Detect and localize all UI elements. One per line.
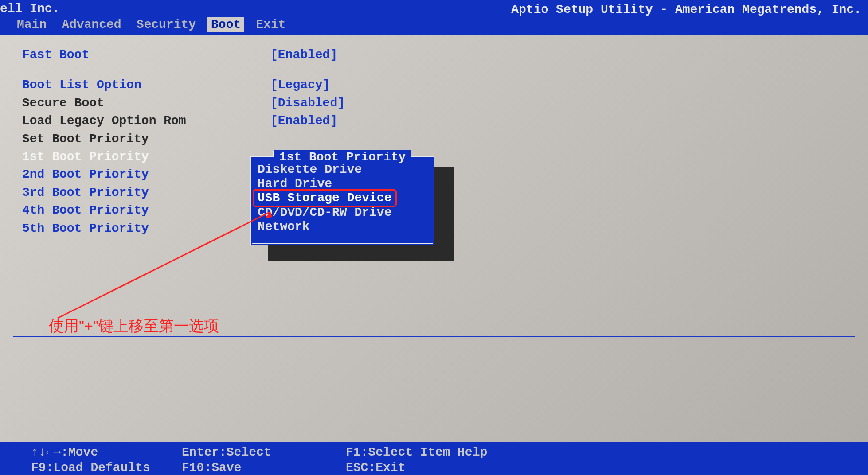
setting-label: 3rd Boot Priority xyxy=(22,185,270,201)
setting-label: 1st Boot Priority xyxy=(22,149,270,165)
popup-item-hard-drive[interactable]: Hard Drive xyxy=(258,177,427,191)
setting-set-boot-priority[interactable]: Set Boot Priority xyxy=(22,131,846,147)
footer-bar: ↑↓←→:Move Enter:Select F1:Select Item He… xyxy=(0,442,868,475)
footer-hint-exit: ESC:Exit xyxy=(346,460,505,475)
annotation-text: 使用"+"键上移至第一选项 xyxy=(49,316,219,336)
footer-row-1: ↑↓←→:Move Enter:Select F1:Select Item He… xyxy=(31,444,837,460)
setting-label: Boot List Option xyxy=(22,77,270,93)
popup-items: Diskette Drive Hard Drive USB Storage De… xyxy=(252,158,433,234)
content-area: Fast Boot [Enabled] Boot List Option [Le… xyxy=(0,35,868,444)
vendor-name: ell Inc. xyxy=(0,2,59,16)
popup-item-usb-storage-device[interactable]: USB Storage Device xyxy=(258,191,427,205)
menu-tabs: Main Advanced Security Boot Exit xyxy=(13,17,289,32)
footer-hint-select: Enter:Select xyxy=(182,444,346,460)
footer-hint-help: F1:Select Item Help xyxy=(346,444,505,460)
setting-load-legacy-option-rom[interactable]: Load Legacy Option Rom [Enabled] xyxy=(22,113,846,129)
popup-title: 1st Boot Priority xyxy=(252,150,433,164)
setting-secure-boot[interactable]: Secure Boot [Disabled] xyxy=(22,95,846,111)
setting-label: Secure Boot xyxy=(22,95,270,111)
footer-hint-move: ↑↓←→:Move xyxy=(31,444,182,460)
setting-label: 2nd Boot Priority xyxy=(22,167,270,183)
tab-exit[interactable]: Exit xyxy=(252,17,289,32)
header-bar: ell Inc. Aptio Setup Utility - American … xyxy=(0,0,868,35)
popup-item-cd-dvd-drive[interactable]: CD/DVD/CD-RW Drive xyxy=(258,206,427,220)
bios-screen: ell Inc. Aptio Setup Utility - American … xyxy=(0,0,868,475)
popup-item-network[interactable]: Network xyxy=(258,220,427,234)
setting-boot-list-option[interactable]: Boot List Option [Legacy] xyxy=(22,77,846,93)
footer-hint-defaults: F9:Load Defaults xyxy=(31,460,182,475)
spacer xyxy=(22,65,846,77)
footer-row-2: F9:Load Defaults F10:Save ESC:Exit xyxy=(31,460,837,475)
setting-label: Set Boot Priority xyxy=(22,131,270,147)
setting-fast-boot[interactable]: Fast Boot [Enabled] xyxy=(22,47,846,63)
tab-main[interactable]: Main xyxy=(13,17,50,32)
tab-security[interactable]: Security xyxy=(133,17,199,32)
boot-priority-popup: 1st Boot Priority Diskette Drive Hard Dr… xyxy=(250,156,434,245)
popup-item-diskette-drive[interactable]: Diskette Drive xyxy=(258,163,427,177)
setting-label: 5th Boot Priority xyxy=(22,221,270,237)
setting-label: 4th Boot Priority xyxy=(22,202,270,218)
tab-boot[interactable]: Boot xyxy=(207,17,244,32)
tab-advanced[interactable]: Advanced xyxy=(58,17,125,32)
setting-value: [Disabled] xyxy=(270,95,345,111)
setting-value: [Enabled] xyxy=(270,113,337,129)
setting-value: [Enabled] xyxy=(270,47,337,63)
footer-hint-save: F10:Save xyxy=(182,460,346,475)
utility-name: Aptio Setup Utility - American Megatrend… xyxy=(511,3,861,16)
setting-label: Load Legacy Option Rom xyxy=(22,113,270,129)
setting-value: [Legacy] xyxy=(270,77,330,93)
setting-label: Fast Boot xyxy=(22,47,270,63)
